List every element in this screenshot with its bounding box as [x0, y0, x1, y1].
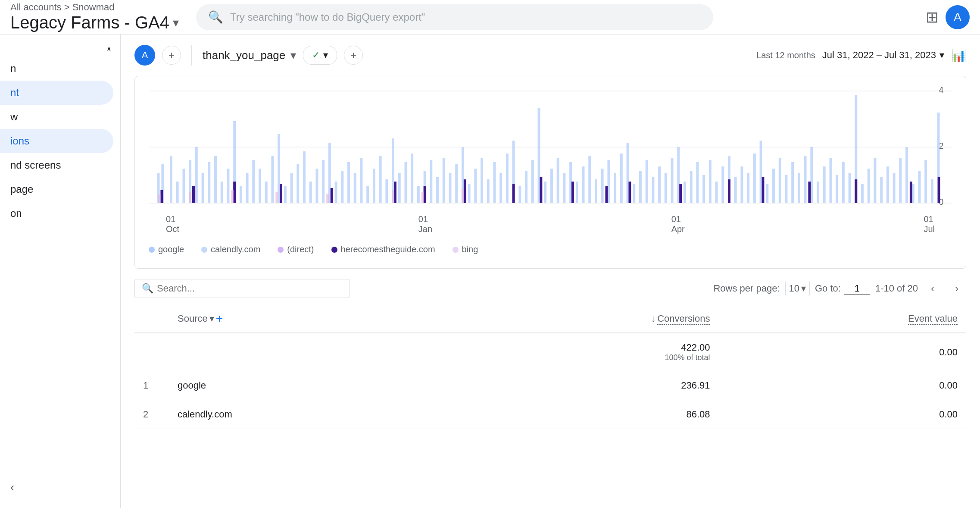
totals-conversions-value: 422.00: [681, 342, 710, 353]
svg-rect-140: [571, 182, 574, 203]
svg-rect-38: [360, 158, 363, 203]
row-1-num: 1: [134, 371, 169, 400]
svg-rect-59: [493, 162, 496, 203]
goto-input[interactable]: [844, 283, 870, 295]
col-source-dropdown-icon[interactable]: ▾: [209, 313, 214, 324]
svg-rect-148: [910, 182, 912, 203]
rows-per-page-select[interactable]: 10 ▾: [785, 281, 810, 296]
svg-rect-32: [322, 160, 325, 203]
table-search-input[interactable]: [157, 283, 343, 294]
svg-rect-93: [709, 160, 712, 203]
svg-rect-82: [639, 171, 642, 203]
svg-rect-53: [455, 164, 458, 203]
svg-rect-76: [601, 169, 604, 203]
page-filter[interactable]: thank_you_page ▾: [203, 49, 296, 62]
check-icon: ✓: [312, 50, 320, 61]
row-2-source: calendly.com: [169, 400, 435, 429]
svg-rect-102: [766, 184, 768, 203]
grid-icon[interactable]: ⊞: [926, 8, 939, 26]
row-2-event-value: 0.00: [718, 400, 966, 429]
legend-google-label: google: [158, 245, 184, 254]
segment-add-button[interactable]: +: [162, 46, 181, 65]
legend-direct: (direct): [278, 245, 314, 254]
sidebar-collapse-button[interactable]: ∧: [0, 41, 120, 56]
table-row: 1 google 236.91 0.00: [134, 371, 966, 400]
date-range-selector[interactable]: Jul 31, 2022 – Jul 31, 2023 ▾: [822, 50, 944, 61]
compare-icon[interactable]: 📊: [951, 48, 966, 63]
svg-rect-73: [582, 166, 585, 203]
table-search-box[interactable]: 🔍: [134, 279, 350, 298]
svg-rect-95: [721, 166, 724, 203]
segment-plus-button[interactable]: +: [344, 46, 363, 65]
svg-rect-108: [804, 156, 807, 203]
app-title-dropdown-icon: ▾: [173, 16, 179, 30]
collapse-icon: ∧: [106, 45, 112, 53]
svg-rect-47: [417, 186, 420, 203]
svg-rect-98: [740, 166, 743, 203]
segment-bar: A + thank_you_page ▾ ✓ ▾ + Last 12 month…: [134, 45, 966, 66]
x-label-oct: 01Oct: [166, 214, 179, 234]
date-range-arrow: ▾: [939, 50, 944, 61]
svg-rect-151: [189, 192, 191, 203]
svg-rect-15: [214, 156, 217, 203]
search-bar[interactable]: 🔍 Try searching "how to do BigQuery expo…: [196, 4, 713, 30]
sidebar-item-page[interactable]: page: [0, 177, 113, 201]
data-table: Source ▾ + ↓ Conversions Event value: [134, 305, 966, 429]
svg-rect-87: [671, 158, 674, 203]
svg-rect-16: [221, 182, 223, 203]
sidebar-item-w[interactable]: w: [0, 105, 113, 129]
totals-conversions-cell: 422.00 100% of total: [435, 333, 718, 371]
table-body: 422.00 100% of total 0.00 1 google 236.9…: [134, 333, 966, 429]
avatar[interactable]: A: [946, 5, 970, 29]
svg-rect-121: [886, 166, 889, 203]
app-title-container[interactable]: Legacy Farms - GA4 ▾: [10, 13, 179, 32]
svg-rect-30: [309, 182, 312, 203]
segment-status-chip[interactable]: ✓ ▾: [303, 46, 337, 65]
pagination-prev-button[interactable]: ‹: [923, 279, 942, 298]
svg-rect-36: [347, 162, 350, 203]
breadcrumb: All accounts > Snowmad: [10, 2, 179, 13]
svg-rect-154: [326, 194, 329, 203]
legend-herecomestheguide-dot: [331, 247, 337, 253]
chart-area: 4 2 0: [149, 87, 952, 207]
svg-rect-112: [829, 158, 832, 203]
col-header-source[interactable]: Source ▾ +: [169, 305, 435, 333]
sidebar-item-nt[interactable]: nt: [0, 81, 113, 105]
rows-select-arrow: ▾: [801, 283, 806, 294]
svg-rect-89: [684, 182, 686, 203]
segment-chip-arrow: ▾: [323, 50, 328, 61]
svg-rect-35: [341, 171, 343, 203]
svg-rect-64: [525, 171, 527, 203]
svg-rect-60: [499, 173, 502, 203]
svg-rect-152: [231, 190, 234, 203]
svg-rect-123: [899, 158, 902, 203]
sidebar-item-on[interactable]: on: [0, 201, 113, 226]
table-header: Source ▾ + ↓ Conversions Event value: [134, 305, 966, 333]
sidebar-item-n[interactable]: n: [0, 56, 113, 81]
col-sort-icon: ↓: [651, 313, 655, 324]
svg-rect-130: [160, 190, 163, 203]
chart-x-axis: 01Oct 01Jan 01Apr 01Jul: [149, 214, 952, 234]
svg-rect-111: [823, 166, 826, 203]
svg-text:4: 4: [939, 87, 943, 94]
add-column-button[interactable]: +: [216, 312, 223, 326]
svg-rect-91: [696, 162, 699, 203]
svg-rect-21: [252, 160, 255, 203]
col-header-conversions[interactable]: ↓ Conversions: [435, 305, 718, 333]
svg-rect-105: [785, 175, 787, 203]
sidebar-item-nd-screens[interactable]: nd screens: [0, 153, 113, 177]
sidebar-item-ions[interactable]: ions: [0, 129, 113, 153]
svg-rect-126: [918, 171, 921, 203]
search-icon: 🔍: [208, 10, 223, 24]
svg-rect-10: [182, 169, 185, 203]
svg-rect-110: [817, 182, 819, 203]
pagination-next-button[interactable]: ›: [947, 279, 966, 298]
legend-bing: bing: [453, 245, 478, 254]
svg-rect-31: [316, 169, 318, 203]
svg-rect-27: [290, 173, 293, 203]
sidebar-chevron-button[interactable]: ‹: [0, 474, 120, 501]
svg-rect-131: [192, 186, 195, 203]
svg-rect-69: [557, 158, 559, 203]
svg-rect-46: [411, 154, 413, 203]
svg-rect-79: [620, 154, 623, 203]
